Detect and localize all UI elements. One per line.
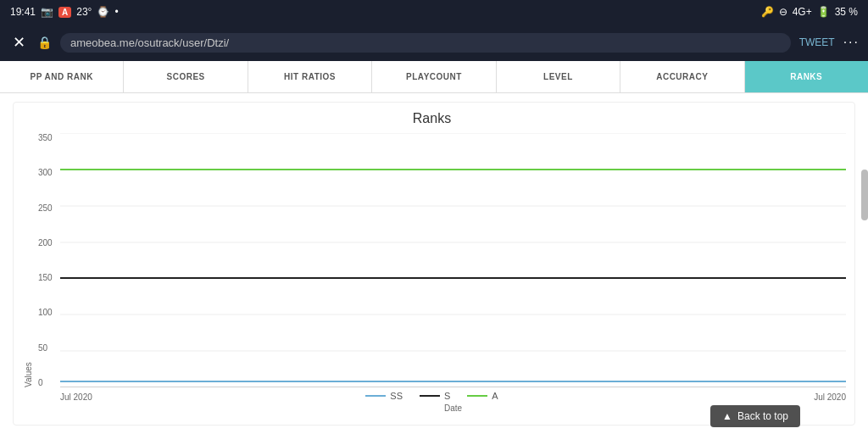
chart-container: Ranks Values 350 300 250 200 150 100 50 … — [13, 102, 855, 426]
browser-bar: ✕ 🔒 ameobea.me/osutrack/user/Dtzi/ TWEET… — [0, 24, 868, 61]
tab-accuracy[interactable]: ACCURACY — [620, 61, 744, 92]
scrollbar-indicator[interactable] — [861, 170, 868, 220]
chart-title: Ranks — [18, 111, 846, 126]
notification-icon: 📷 — [41, 6, 53, 18]
lock-icon: 🔒 — [37, 36, 52, 49]
back-to-top-label: Back to top — [737, 410, 788, 422]
status-bar: 19:41 📷 A 23° ⌚ • 🔑 ⊖ 4G+ 🔋 35 % — [0, 0, 868, 24]
x-label-end: Jul 2020 — [814, 392, 846, 402]
temp-reading: 23° — [76, 6, 92, 18]
tab-playcount[interactable]: PLAYCOUNT — [372, 61, 496, 92]
status-left: 19:41 📷 A 23° ⌚ • — [10, 6, 119, 18]
y-axis-label: Values — [18, 133, 35, 387]
battery-icon: 🔋 — [817, 6, 830, 18]
close-button[interactable]: ✕ — [8, 33, 29, 52]
status-time: 19:41 — [10, 6, 36, 18]
chart-svg — [60, 133, 846, 387]
vpn-icon: 🔑 — [761, 6, 774, 18]
tab-level[interactable]: LEVEL — [497, 61, 620, 92]
back-to-top-icon: ▲ — [722, 410, 732, 422]
signal-strength: 4G+ — [793, 6, 812, 18]
chart-plot-area: Jul 2020 Jul 2020 Date — [60, 133, 846, 387]
nav-tabs: PP AND RANK SCORES HIT RATIOS PLAYCOUNT … — [0, 61, 868, 93]
more-button[interactable]: ··· — [843, 35, 860, 50]
battery-level: 35 % — [835, 6, 858, 18]
url-bar[interactable]: ameobea.me/osutrack/user/Dtzi/ — [60, 33, 791, 53]
y-ticks: 350 300 250 200 150 100 50 0 — [35, 133, 60, 387]
app-icon-a: A — [58, 7, 71, 18]
x-axis-labels: Jul 2020 Jul 2020 — [60, 391, 846, 403]
status-right: 🔑 ⊖ 4G+ 🔋 35 % — [761, 6, 858, 18]
activity-icon: ⌚ — [97, 6, 109, 18]
tab-pp-and-rank[interactable]: PP AND RANK — [0, 61, 124, 92]
dot-indicator: • — [114, 6, 118, 18]
tab-ranks[interactable]: RANKS — [745, 61, 868, 92]
blocked-icon: ⊖ — [779, 6, 787, 18]
back-to-top-button[interactable]: ▲ Back to top — [710, 405, 800, 427]
tab-scores[interactable]: SCORES — [124, 61, 248, 92]
tab-hit-ratios[interactable]: HIT RATIOS — [248, 61, 372, 92]
tweet-button[interactable]: TWEET — [799, 36, 835, 48]
chart-body: Values 350 300 250 200 150 100 50 0 — [18, 133, 846, 387]
x-label-start: Jul 2020 — [60, 392, 92, 402]
main-content: Ranks Values 350 300 250 200 150 100 50 … — [0, 93, 868, 434]
